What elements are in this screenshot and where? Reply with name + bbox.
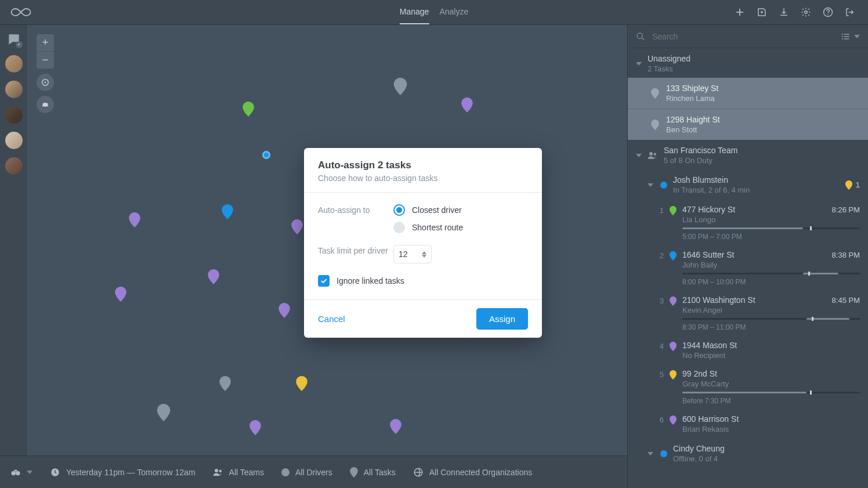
teams-filter[interactable]: All Teams bbox=[213, 467, 264, 478]
ignore-linked-checkbox[interactable]: Ignore linked tasks bbox=[318, 275, 528, 287]
route-task[interactable]: 21646 Sutter St8:38 PMJohn Baily8:00 PM … bbox=[628, 245, 868, 291]
assign-button[interactable]: Assign bbox=[476, 308, 528, 330]
pin-icon bbox=[651, 88, 659, 99]
task-subtitle: Brian Rekasis bbox=[682, 425, 860, 433]
driver-status-dot bbox=[660, 182, 667, 189]
task-subtitle: Lia Longo bbox=[682, 215, 860, 224]
gear-icon[interactable] bbox=[801, 7, 811, 17]
group-title: Unassigned bbox=[648, 54, 690, 63]
radio-shortest-route[interactable]: Shortest route bbox=[393, 222, 528, 233]
map-pin[interactable] bbox=[222, 204, 233, 219]
eta-time: 8:38 PM bbox=[832, 251, 860, 259]
search-input[interactable] bbox=[652, 32, 834, 41]
avatar[interactable] bbox=[5, 106, 23, 124]
avatar[interactable] bbox=[5, 132, 23, 149]
avatar[interactable] bbox=[5, 157, 23, 175]
download-icon[interactable] bbox=[779, 7, 789, 17]
cancel-button[interactable]: Cancel bbox=[318, 314, 345, 324]
sidebar: Unassigned 2 Tasks 133 Shipley St Rinche… bbox=[627, 25, 868, 488]
route-task[interactable]: 599 2nd StGray McCartyBefore 7:30 PM bbox=[628, 364, 868, 410]
chevron-down-icon bbox=[648, 183, 653, 187]
unassigned-group-header[interactable]: Unassigned 2 Tasks bbox=[628, 48, 868, 78]
task-title: 2100 Washington St bbox=[682, 295, 755, 305]
map-pin[interactable] bbox=[219, 376, 231, 391]
zoom-out-button[interactable]: − bbox=[37, 52, 54, 69]
map-pin[interactable] bbox=[249, 420, 261, 435]
circle-icon bbox=[281, 468, 290, 476]
binoculars-icon bbox=[10, 467, 21, 478]
view-mode-button[interactable] bbox=[10, 467, 32, 478]
tab-analyze[interactable]: Analyze bbox=[439, 0, 468, 24]
pin-icon bbox=[651, 120, 659, 130]
route-task[interactable]: 1477 Hickory St8:26 PMLia Longo5:00 PM –… bbox=[628, 200, 868, 245]
avatar[interactable] bbox=[5, 81, 23, 98]
map-pin[interactable] bbox=[461, 97, 473, 113]
map-pin[interactable] bbox=[390, 419, 402, 434]
route-number: 4 bbox=[657, 341, 664, 350]
pin-icon bbox=[670, 415, 677, 425]
route-task[interactable]: 6600 Harrison StBrian Rekasis bbox=[628, 410, 868, 438]
time-window: 8:00 PM – 10:00 PM bbox=[682, 278, 860, 286]
team-group-header[interactable]: San Francisco Team 5 of 8 On Duty bbox=[628, 140, 868, 169]
people-icon bbox=[213, 467, 223, 478]
task-item[interactable]: 133 Shipley St Rinchen Lama bbox=[628, 78, 868, 109]
topbar: Manage Analyze bbox=[0, 0, 868, 25]
traffic-button[interactable] bbox=[37, 96, 54, 113]
route-task[interactable]: 41944 Mason StNo Recipient bbox=[628, 336, 868, 364]
nav-tabs: Manage Analyze bbox=[400, 0, 468, 24]
chat-icon[interactable]: + bbox=[6, 32, 21, 47]
auto-assign-modal: Auto-assign 2 tasks Choose how to auto-a… bbox=[304, 148, 542, 338]
chevron-down-icon bbox=[648, 452, 653, 456]
zoom-in-button[interactable]: + bbox=[37, 34, 54, 52]
modal-body: Auto-assign to Closest driver Shortest r… bbox=[304, 193, 542, 299]
driver-badge: 1 bbox=[845, 180, 860, 190]
map-pin[interactable] bbox=[279, 303, 290, 318]
radio-closest-driver[interactable]: Closest driver bbox=[393, 204, 528, 216]
add-icon[interactable] bbox=[735, 7, 745, 17]
route-task[interactable]: 32100 Washington St8:45 PMKevin Angel8:3… bbox=[628, 291, 868, 336]
time-range-filter[interactable]: Yesterday 11pm — Tomorrow 12am bbox=[50, 467, 196, 478]
driver-name: Josh Blumstein bbox=[673, 175, 840, 185]
task-title: 1944 Mason St bbox=[682, 341, 737, 350]
map-pin[interactable] bbox=[296, 376, 308, 391]
driver-header[interactable]: Cindy Cheung Offline, 0 of 4 bbox=[628, 438, 868, 469]
driver-header[interactable]: Josh Blumstein In Transit, 2 of 6, 4 min… bbox=[628, 169, 868, 200]
pin-icon bbox=[670, 342, 677, 351]
sidebar-content[interactable]: Unassigned 2 Tasks 133 Shipley St Rinche… bbox=[628, 48, 868, 488]
map-pin[interactable] bbox=[243, 102, 254, 117]
search-icon bbox=[636, 32, 645, 41]
drivers-filter[interactable]: All Drivers bbox=[281, 468, 332, 477]
task-subtitle: John Baily bbox=[682, 261, 860, 269]
map-pin[interactable] bbox=[208, 269, 219, 284]
assign-to-label: Auto-assign to bbox=[318, 204, 393, 215]
view-dropdown-icon[interactable] bbox=[854, 35, 860, 38]
group-subtitle: 2 Tasks bbox=[648, 64, 690, 73]
locate-button[interactable] bbox=[37, 74, 54, 91]
modal-footer: Cancel Assign bbox=[304, 299, 542, 338]
import-icon[interactable] bbox=[757, 7, 767, 17]
task-subtitle: No Recipient bbox=[682, 351, 860, 360]
time-window: Before 7:30 PM bbox=[682, 397, 860, 405]
map-pin[interactable] bbox=[291, 219, 303, 234]
tasks-filter[interactable]: All Tasks bbox=[350, 467, 396, 478]
driver-location-dot[interactable] bbox=[262, 151, 270, 159]
task-title: 99 2nd St bbox=[682, 369, 717, 378]
task-subtitle: Ben Stott bbox=[666, 125, 860, 134]
map-pin[interactable] bbox=[393, 78, 407, 95]
map-pin[interactable] bbox=[129, 212, 140, 227]
people-icon bbox=[648, 150, 658, 161]
orgs-filter[interactable]: All Connected Organizations bbox=[413, 467, 532, 478]
help-icon[interactable] bbox=[823, 7, 833, 17]
driver-status-dot bbox=[660, 450, 667, 457]
step-down[interactable] bbox=[422, 255, 426, 258]
tab-manage[interactable]: Manage bbox=[400, 0, 429, 24]
step-up[interactable] bbox=[422, 251, 426, 254]
list-view-icon[interactable] bbox=[841, 32, 851, 41]
logout-icon[interactable] bbox=[845, 7, 855, 17]
map-pin[interactable] bbox=[115, 287, 126, 302]
avatar[interactable] bbox=[5, 55, 23, 73]
task-item[interactable]: 1298 Haight St Ben Stott bbox=[628, 109, 868, 140]
task-title: 1298 Haight St bbox=[666, 115, 860, 124]
task-limit-stepper[interactable]: 12 bbox=[393, 245, 432, 263]
map-pin[interactable] bbox=[157, 404, 171, 421]
